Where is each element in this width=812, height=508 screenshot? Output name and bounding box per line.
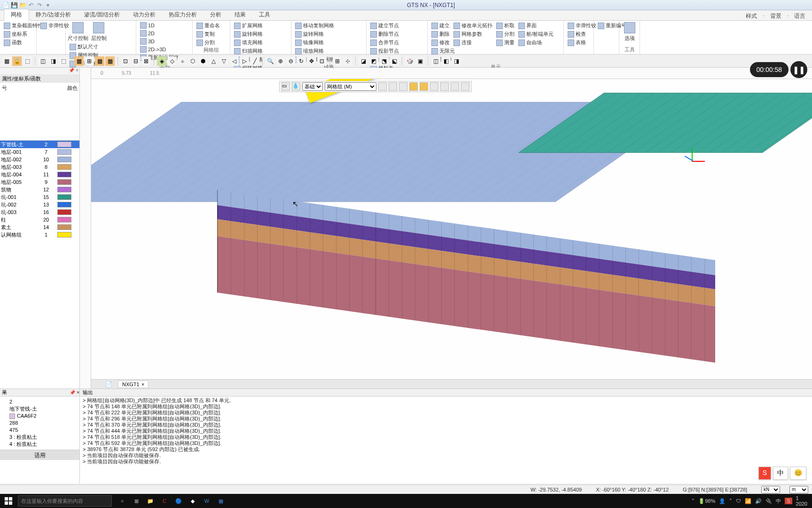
tab-analysis[interactable]: 分析 <box>203 9 228 20</box>
tb-iso2[interactable]: ◩ <box>369 56 378 66</box>
layer-row[interactable]: 地层-0059 <box>0 178 79 186</box>
ribbon-el-param[interactable]: 网格参数 <box>453 30 493 38</box>
ribbon-default-size[interactable]: 默认尺寸 <box>69 43 104 51</box>
ribbon-size-control[interactable]: 尺寸控制 <box>69 22 87 42</box>
ime-emoji[interactable]: 😊 <box>790 467 806 480</box>
panel-pin[interactable]: 📌 × <box>0 68 79 74</box>
ribbon-1d[interactable]: 1D <box>139 22 156 29</box>
tray-icon-1[interactable]: 👤 <box>719 498 726 504</box>
tb-zoomin[interactable]: ⊕ <box>276 56 285 66</box>
apply-button[interactable]: 适用 <box>0 450 79 460</box>
vp-b8[interactable] <box>451 82 459 91</box>
tb-17[interactable]: ⬡ <box>188 56 197 66</box>
result-pin-icon[interactable]: 📌 × <box>70 390 79 395</box>
ribbon-el-extract[interactable]: 析取 <box>495 22 515 30</box>
app-unknown-icon[interactable]: ◆ <box>188 496 197 506</box>
tb-view1[interactable]: ⊞ <box>333 56 342 66</box>
tray-icon-3[interactable]: 🛡 <box>736 498 741 504</box>
ribbon-check[interactable]: 检查 <box>567 30 597 38</box>
unit-force-select[interactable]: kN <box>761 486 780 493</box>
battery-icon[interactable]: 🔋98% <box>698 498 715 504</box>
ime-s[interactable]: S <box>758 467 771 480</box>
ribbon-merge-node[interactable]: 合并节点 <box>369 39 400 47</box>
tb-iso4[interactable]: ⬕ <box>390 56 399 66</box>
cortana-icon[interactable]: ○ <box>117 496 127 506</box>
tb-zoomout[interactable]: ⊖ <box>286 56 296 66</box>
qat-redo-icon[interactable]: ↷ <box>36 1 43 9</box>
tb-5[interactable]: ◨ <box>48 56 58 66</box>
tb-cube1[interactable]: 🎲 <box>405 56 414 66</box>
ribbon-el-connect[interactable]: 连接 <box>453 39 493 47</box>
tb-grid[interactable]: ▦ <box>74 56 84 66</box>
ribbon-el-delete[interactable]: 删除 <box>430 30 451 38</box>
taskbar-search[interactable]: 在这里输入你要搜索的内容 <box>18 495 112 507</box>
tb-cube2[interactable]: ▣ <box>415 56 425 66</box>
vp-filter-select[interactable]: 基础 <box>302 82 323 91</box>
ribbon-move-copy[interactable]: 移动复制网格 <box>294 22 335 30</box>
tab-static[interactable]: 静力/边坡分析 <box>29 9 78 20</box>
tb-23[interactable]: ╱ <box>250 56 259 66</box>
tb-sel3[interactable]: ◨ <box>452 56 461 66</box>
layer-row[interactable]: 筑物12 <box>0 186 79 193</box>
layer-row[interactable]: 地层-00210 <box>0 156 79 163</box>
ribbon-3d[interactable]: 3D <box>139 38 156 45</box>
tb-6[interactable]: ⬚ <box>59 56 68 66</box>
ribbon-hinge2[interactable]: 非弹性铰 <box>567 22 597 30</box>
ribbon-fill-mesh[interactable]: 填充网格 <box>233 39 264 47</box>
wifi-icon[interactable]: 📶 <box>745 498 751 504</box>
tb-10[interactable]: ▦ <box>105 56 115 66</box>
tb-2[interactable]: 🔒 <box>12 56 22 66</box>
taskview-icon[interactable]: ⊞ <box>132 496 141 506</box>
layer-row[interactable]: 认网格组1 <box>0 231 79 238</box>
ribbon-rotate2[interactable]: 旋转网格 <box>294 30 335 38</box>
layer-row[interactable]: 素土14 <box>0 223 79 231</box>
vp-b9[interactable] <box>461 82 469 91</box>
tb-sel2[interactable]: ◧ <box>441 56 451 66</box>
ribbon-el-div[interactable]: 分割 <box>495 30 515 38</box>
qat-new-icon[interactable]: 📄 <box>2 1 9 9</box>
qat-save-icon[interactable]: 💾 <box>10 1 18 9</box>
bg-link[interactable]: 背景 <box>770 12 781 20</box>
qat-open-icon[interactable]: 📁 <box>19 1 26 9</box>
lang-link[interactable]: 语言 <box>794 12 805 20</box>
tb-15[interactable]: ◇ <box>167 56 177 66</box>
tb-20[interactable]: ▽ <box>219 56 228 66</box>
vp-b7[interactable] <box>440 82 449 91</box>
ribbon-extrude[interactable]: 扩展网格 <box>233 22 264 30</box>
tb-22[interactable]: ▷ <box>240 56 249 66</box>
output-body[interactable]: > 网格组[自动网格(3D)_内部边]中 已经生成 148 节点 和 74 单元… <box>80 397 812 484</box>
tb-3[interactable]: ⬚ <box>23 56 32 66</box>
ribbon-split[interactable]: 分割 <box>195 39 221 47</box>
vp-b5[interactable] <box>420 82 428 91</box>
layer-list[interactable]: 下管线-土2地层-0017地层-00210地层-0038地层-00411地层-0… <box>0 140 79 389</box>
ribbon-mirror[interactable]: 镜像网格 <box>294 39 335 47</box>
ribbon-delete-node[interactable]: 删除节点 <box>369 30 400 38</box>
app-word-icon[interactable]: W <box>202 496 211 506</box>
ribbon-rotate-mesh[interactable]: 旋转网格 <box>233 30 264 38</box>
explorer-icon[interactable]: 📁 <box>146 496 155 506</box>
ribbon-layer-control[interactable]: 层控制 <box>89 22 108 42</box>
tb-11[interactable]: ⊡ <box>121 56 130 66</box>
tb-4[interactable]: ◫ <box>38 56 47 66</box>
tb-8[interactable]: ⊞ <box>85 56 94 66</box>
ribbon-el-modify[interactable]: 修改 <box>430 39 451 47</box>
ribbon-el-measure[interactable]: 测量 <box>495 39 515 47</box>
layer-row[interactable]: 柱20 <box>0 216 79 223</box>
unit-length-select[interactable]: m <box>789 486 808 493</box>
ime-zh[interactable]: 中 <box>773 467 788 480</box>
tb-21[interactable]: ◁ <box>229 56 239 66</box>
tb-pan[interactable]: ✥ <box>307 56 316 66</box>
vp-b4[interactable] <box>409 82 418 91</box>
ribbon-el-create[interactable]: 建立 <box>430 22 451 30</box>
ribbon-copy[interactable]: 复制 <box>195 30 221 38</box>
ribbon-el-pile[interactable]: 桩/桩端单元 <box>517 30 554 38</box>
panel-tabs[interactable]: 属性/坐标系/函数 <box>0 74 79 83</box>
ribbon-proj-node[interactable]: 投影节点 <box>369 47 400 55</box>
tb-rotate[interactable]: ↻ <box>297 56 306 66</box>
ribbon-options[interactable]: 选项 <box>622 22 637 42</box>
vp-b2[interactable] <box>389 82 397 91</box>
layer-row[interactable]: 坑-00316 <box>0 208 79 216</box>
layer-row[interactable]: 地层-0038 <box>0 163 79 171</box>
layer-row[interactable]: 地层-00411 <box>0 171 79 178</box>
app-chrome-icon[interactable]: 🔵 <box>174 496 183 506</box>
